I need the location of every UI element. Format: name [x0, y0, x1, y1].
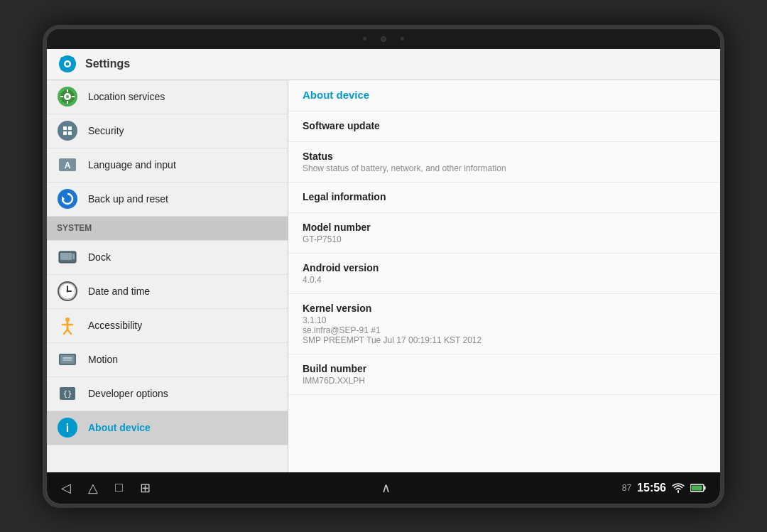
- sidebar-item-backup-reset[interactable]: Back up and reset: [47, 183, 288, 217]
- nav-right-status: 87 15:56: [622, 482, 706, 494]
- sidebar-item-location-services[interactable]: Location services: [47, 80, 288, 114]
- clock-icon: [57, 281, 78, 302]
- battery-icon: [690, 484, 706, 492]
- status-subtitle: Show status of battery, network, and oth…: [303, 163, 706, 173]
- sidebar-item-security[interactable]: Security: [47, 114, 288, 148]
- legal-information-title: Legal information: [303, 191, 706, 202]
- android-version-item: Android version 4.0.4: [288, 254, 720, 294]
- sidebar-item-about-device[interactable]: i About device: [47, 411, 288, 445]
- svg-rect-21: [68, 126, 72, 130]
- build-number-value: IMM76D.XXLPH: [303, 376, 706, 386]
- about-device-title-section: About device: [288, 80, 720, 112]
- battery-percentage: 87: [622, 483, 631, 493]
- about-device-page-title: About device: [303, 89, 706, 101]
- svg-point-2: [66, 63, 70, 66]
- location-services-label: Location services: [88, 91, 165, 102]
- kernel-version-item: Kernel version 3.1.10 se.infra@SEP-91 #1…: [288, 294, 720, 354]
- svg-rect-22: [63, 131, 67, 135]
- screen: Settings: [47, 49, 720, 504]
- menu-button[interactable]: ⊞: [140, 480, 151, 496]
- tablet-device: Settings: [43, 25, 724, 508]
- motion-icon: [57, 349, 78, 370]
- svg-point-19: [58, 121, 77, 141]
- svg-text:A: A: [65, 161, 71, 170]
- nav-left-controls: ◁ △ □ ⊞: [61, 480, 151, 496]
- svg-line-40: [67, 330, 71, 334]
- backup-icon: [57, 188, 78, 210]
- svg-rect-29: [60, 253, 72, 260]
- accessibility-label: Accessibility: [88, 320, 142, 331]
- kernel-version-title: Kernel version: [303, 303, 706, 314]
- svg-rect-20: [63, 126, 67, 130]
- location-services-icon: [57, 86, 78, 107]
- svg-rect-4: [67, 70, 69, 72]
- dock-icon: [57, 246, 78, 268]
- home-button[interactable]: △: [88, 480, 98, 496]
- svg-point-35: [67, 291, 69, 293]
- backup-reset-label: Back up and reset: [88, 193, 168, 205]
- wifi-icon: [672, 483, 685, 493]
- language-icon: A: [57, 154, 78, 175]
- date-time-label: Date and time: [88, 286, 150, 297]
- svg-rect-3: [67, 55, 69, 58]
- security-label: Security: [88, 125, 124, 136]
- sidebar-item-date-time[interactable]: Date and time: [47, 275, 288, 309]
- navigation-bar: ◁ △ □ ⊞ ∧ 87 15:56: [47, 472, 720, 504]
- svg-rect-30: [72, 254, 75, 259]
- svg-text:{}: {}: [62, 389, 72, 398]
- svg-rect-42: [60, 355, 75, 364]
- svg-rect-6: [73, 63, 76, 65]
- security-icon: [57, 120, 78, 141]
- sidebar-item-language-input[interactable]: A Language and input: [47, 148, 288, 183]
- settings-header: Settings: [47, 49, 720, 80]
- system-section-header: System: [47, 217, 288, 241]
- about-device-icon: i: [57, 417, 78, 438]
- sidebar-item-accessibility[interactable]: Accessibility: [47, 309, 288, 343]
- back-button[interactable]: ◁: [61, 480, 71, 496]
- build-number-item: Build number IMM76D.XXLPH: [288, 354, 720, 395]
- motion-label: Motion: [88, 354, 118, 365]
- language-input-label: Language and input: [88, 159, 176, 170]
- status-item[interactable]: Status Show status of battery, network, …: [288, 142, 720, 183]
- svg-rect-5: [59, 63, 62, 65]
- settings-app: Settings: [47, 49, 720, 504]
- sidebar: Location services: [47, 80, 288, 472]
- svg-point-26: [58, 189, 77, 209]
- sidebar-item-dock[interactable]: Dock: [47, 241, 288, 275]
- status-title: Status: [303, 151, 706, 162]
- front-camera: [381, 36, 386, 42]
- android-version-title: Android version: [303, 262, 706, 273]
- software-update-item[interactable]: Software update: [288, 112, 720, 142]
- sidebar-item-motion[interactable]: Motion: [47, 343, 288, 377]
- nav-center: ∧: [381, 480, 391, 496]
- settings-header-icon: [57, 53, 78, 75]
- settings-body: Location services: [47, 80, 720, 472]
- svg-point-14: [66, 95, 69, 98]
- developer-icon: {}: [57, 383, 78, 404]
- tablet-top-bar: [47, 29, 720, 49]
- clock-display: 15:56: [637, 482, 666, 494]
- android-version-value: 4.0.4: [303, 275, 706, 285]
- speaker-dot: [363, 37, 366, 40]
- legal-information-item[interactable]: Legal information: [288, 183, 720, 213]
- recents-button[interactable]: □: [115, 480, 123, 495]
- content-panel: About device Software update Status Show…: [288, 80, 720, 472]
- about-device-label: About device: [88, 422, 151, 433]
- svg-rect-51: [692, 485, 702, 490]
- svg-rect-50: [705, 486, 706, 489]
- system-section-label: System: [57, 223, 92, 233]
- up-button[interactable]: ∧: [381, 480, 391, 496]
- accessibility-icon: [57, 315, 78, 336]
- software-update-title: Software update: [303, 120, 706, 131]
- dock-label: Dock: [88, 251, 111, 263]
- kernel-version-value: 3.1.10 se.infra@SEP-91 #1 SMP PREEMPT Tu…: [303, 315, 706, 345]
- model-number-item: Model number GT-P7510: [288, 213, 720, 254]
- speaker-dot-2: [401, 37, 404, 40]
- sidebar-item-developer-options[interactable]: {} Developer options: [47, 377, 288, 411]
- svg-rect-23: [68, 131, 72, 135]
- developer-options-label: Developer options: [88, 388, 168, 399]
- build-number-title: Build number: [303, 363, 706, 374]
- svg-text:i: i: [66, 422, 69, 434]
- model-number-value: GT-P7510: [303, 234, 706, 244]
- model-number-title: Model number: [303, 222, 706, 233]
